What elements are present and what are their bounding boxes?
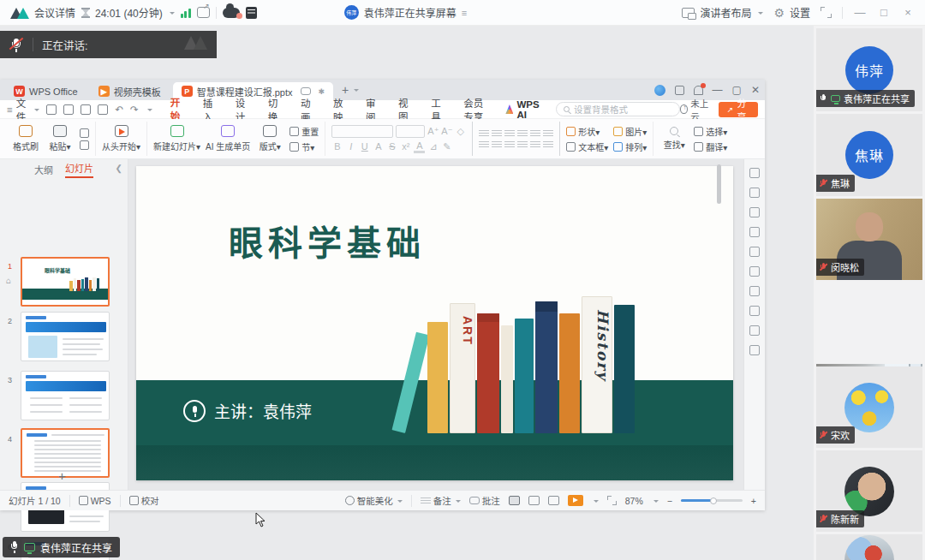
wps-close-button[interactable]: ✕	[751, 84, 760, 96]
tab-video-template[interactable]: ▶ 视频壳模板	[90, 82, 170, 100]
normal-view-button[interactable]	[509, 496, 520, 505]
format-painter-button[interactable]: 格式刷	[11, 125, 40, 152]
play-options-chevron-icon[interactable]	[594, 500, 599, 505]
cloud-upload-status[interactable]: 未上云	[680, 97, 710, 122]
justify-icon[interactable]	[517, 140, 528, 149]
slide-thumbnail-2[interactable]	[21, 312, 110, 361]
close-button[interactable]: ×	[901, 6, 915, 19]
selection-panel-icon[interactable]	[749, 227, 760, 237]
participant-tile-yuanweiping[interactable]: 伟萍 袁伟萍正在共享	[816, 28, 922, 111]
chart-panel-icon[interactable]	[749, 266, 760, 277]
highlight-button[interactable]: ⊿	[427, 141, 439, 152]
wps-minimize-button[interactable]: —	[713, 84, 723, 96]
slide-1[interactable]: 眼科学基础 主讲：袁伟萍 ART	[136, 166, 733, 480]
translate-button[interactable]: 翻译▾	[694, 140, 727, 153]
tab-outline[interactable]: 大纲	[34, 163, 53, 176]
participant-tile-chenxinxin[interactable]: 陈新新	[816, 450, 922, 532]
fullscreen-icon[interactable]	[821, 7, 832, 18]
ai-generate-page-button[interactable]: AI 生成单页	[206, 125, 250, 152]
print-preview-icon[interactable]	[63, 104, 74, 115]
pictures-button[interactable]: 图片▾	[613, 125, 647, 138]
superscript-button[interactable]: x²	[400, 141, 411, 152]
align-left-icon[interactable]	[479, 140, 489, 149]
minimize-button[interactable]: —	[853, 6, 867, 19]
participant-tile-songhuan[interactable]: 宋欢	[816, 366, 922, 448]
reading-view-button[interactable]	[548, 496, 559, 505]
increase-indent-icon[interactable]	[517, 129, 528, 138]
increase-font-icon[interactable]: A⁺	[427, 126, 439, 137]
italic-button[interactable]: I	[345, 141, 356, 152]
font-size-select[interactable]	[396, 125, 425, 138]
share-screen-icon[interactable]	[197, 7, 210, 18]
canvas-scrollbar[interactable]	[717, 164, 721, 204]
share-button[interactable]: ↗ 分享	[719, 102, 758, 117]
columns-icon[interactable]	[543, 140, 553, 149]
fit-window-icon[interactable]	[607, 496, 617, 505]
cloud-sync-icon[interactable]	[98, 104, 108, 115]
underline-button[interactable]: U	[359, 141, 370, 152]
sync-status-icon[interactable]	[654, 85, 665, 96]
animation-panel-icon[interactable]	[749, 188, 760, 198]
wps-maximize-button[interactable]: ▢	[732, 84, 742, 96]
search-input[interactable]: 设置背景格式	[556, 102, 680, 116]
play-from-start-button[interactable]: 从头开始▾	[102, 125, 140, 152]
find-button[interactable]: 查找▾	[659, 127, 689, 151]
proofread-button[interactable]: 校对	[129, 494, 159, 507]
copy-icon[interactable]	[80, 140, 89, 150]
shadow-button[interactable]: A	[373, 141, 384, 152]
zoom-value[interactable]: 87%	[625, 496, 643, 506]
bold-button[interactable]: B	[331, 141, 343, 152]
wps-assistant-button[interactable]: WPS	[79, 496, 111, 506]
notes-panel-icon[interactable]	[749, 286, 760, 296]
zoom-out-button[interactable]: −	[667, 496, 672, 506]
participant-tile-minxiaosong[interactable]: 闵晓松	[816, 199, 922, 280]
clear-format-icon[interactable]: ◇	[455, 126, 466, 137]
section-button[interactable]: 节▾	[289, 140, 319, 153]
more-chevron-icon[interactable]	[147, 109, 152, 114]
shapes-button[interactable]: 形状▾	[566, 125, 608, 138]
smart-beautify-button[interactable]: 智能美化	[345, 494, 403, 507]
decrease-indent-icon[interactable]	[504, 129, 515, 138]
more-panel-icon[interactable]	[749, 345, 760, 355]
material-panel-icon[interactable]	[749, 247, 760, 257]
design-panel-icon[interactable]	[749, 207, 760, 217]
text-direction-icon[interactable]	[530, 129, 540, 138]
font-color-button[interactable]: A	[414, 140, 425, 153]
zoom-slider-knob[interactable]	[710, 497, 717, 504]
print-icon[interactable]	[81, 104, 91, 115]
strikethrough-button[interactable]: S	[386, 141, 397, 152]
select-button[interactable]: 选择▾	[694, 125, 727, 138]
layout-button[interactable]: 版式▾	[255, 125, 284, 152]
notification-bell-icon[interactable]	[694, 86, 703, 95]
save-icon[interactable]	[46, 104, 57, 115]
layout-switch-button[interactable]: 演讲者布局	[682, 5, 763, 20]
decrease-font-icon[interactable]: A⁻	[441, 126, 452, 137]
meeting-info-button[interactable]: 会议详情	[10, 5, 75, 20]
help-panel-icon[interactable]	[749, 325, 760, 336]
network-signal-icon[interactable]	[181, 8, 191, 18]
comment-panel-icon[interactable]	[749, 306, 760, 316]
paste-button[interactable]: 粘贴▾	[45, 125, 75, 152]
slide-thumbnail-3[interactable]	[21, 371, 110, 420]
zoom-slider[interactable]	[681, 499, 743, 502]
text-effect-button[interactable]: ✎	[441, 141, 452, 152]
align-center-icon[interactable]	[492, 140, 502, 149]
cut-icon[interactable]	[80, 128, 89, 138]
participant-tile-jiaolin[interactable]: 焦琳 焦琳	[816, 114, 922, 196]
slide-thumbnail-1[interactable]: 眼科学基础	[21, 257, 110, 307]
line-spacing-icon[interactable]	[543, 129, 553, 138]
zoom-in-button[interactable]: +	[751, 496, 756, 506]
zoom-chevron-icon[interactable]	[653, 500, 659, 505]
redo-icon[interactable]: ↷	[130, 104, 139, 116]
number-list-icon[interactable]	[492, 129, 502, 138]
new-slide-button[interactable]: 新建幻灯片▾	[153, 125, 200, 152]
bullet-list-icon[interactable]	[479, 129, 489, 138]
maximize-button[interactable]: □	[877, 6, 891, 19]
add-slide-button[interactable]: +	[58, 468, 66, 483]
collapse-panel-icon[interactable]: ❮	[116, 164, 122, 173]
comment-button[interactable]: 批注	[469, 494, 500, 507]
tab-slides[interactable]: 幻灯片	[65, 161, 93, 178]
undo-icon[interactable]: ↶	[115, 104, 123, 116]
participant-tile-partial[interactable]	[816, 534, 922, 560]
document-icon[interactable]	[246, 7, 257, 19]
